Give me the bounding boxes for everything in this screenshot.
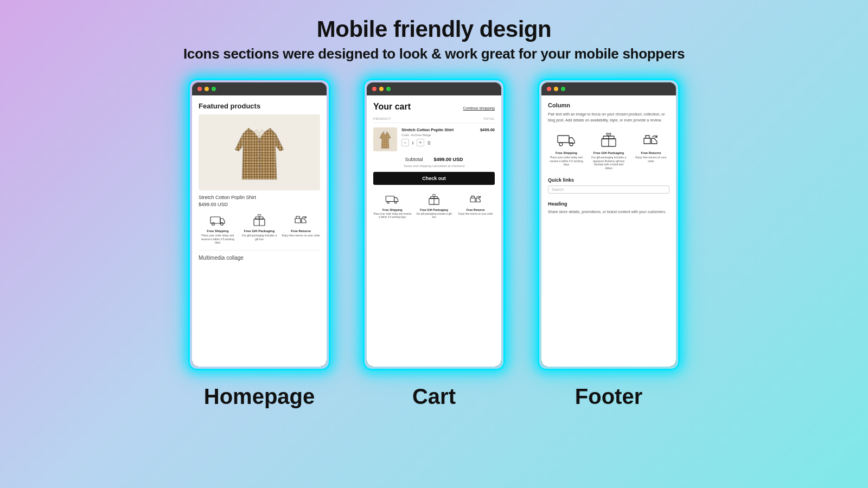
svg-point-10 [259,141,260,143]
product-image [199,114,320,190]
gift-icon [252,213,267,228]
cart-gift-desc: Our gift packaging includes a gift box [415,213,454,219]
footer-returns-title: Free Returns [633,151,669,155]
hp-product-name: Stretch Cotton Poplin Shirt [199,195,320,200]
qty-increase-button[interactable]: + [417,139,424,146]
cart-gift-title: Free Gift Packaging [415,208,454,211]
svg-point-15 [212,223,215,226]
hp-icon-shipping: Free Shipping Place your order today and… [199,213,237,245]
hp-gift-desc: Our gift packaging includes a gift box [240,234,279,241]
main-title: Mobile friendly design [183,16,685,42]
shipping-icon [210,213,225,228]
cart-icon-returns: Free Returns Enjoy free returns on your … [456,192,495,219]
cart-gift-icon [427,192,441,207]
footer-returns-icon [642,131,660,149]
cart-returns-title: Free Returns [456,208,495,211]
titlebar-dot-yellow [205,87,209,91]
footer-gift-title: Free Gift Packaging [590,151,627,155]
cart-icon-gift: Free Gift Packaging Our gift packaging i… [415,192,454,219]
footer-shipping-icon [557,131,576,149]
footer-heading-title: Heading [548,201,669,207]
featured-products-title: Featured products [199,102,320,110]
homepage-browser: Featured products [192,82,327,367]
cart-delete-button[interactable]: 🗑 [427,140,431,145]
returns-icon [293,213,309,228]
multimedia-label: Multimedia collage [199,250,320,261]
titlebar-dot-red [197,87,202,91]
svg-rect-33 [558,136,569,143]
subtotal-value: $499.00 USD [433,157,463,162]
hp-product-price: $499.00 USD [199,202,320,207]
footer-search-bar[interactable]: Search [548,185,669,194]
cart-item-thumbnail [373,127,397,151]
titlebar-dot-red [372,87,376,91]
cart-shipping-desc: Place your order today and receive it wi… [373,213,412,219]
cart-browser: Your cart Continue shopping PRODUCT TOTA… [367,82,501,367]
svg-point-16 [221,223,224,226]
footer-returns-desc: Enjoy free returns on your order [633,156,669,163]
svg-rect-14 [210,217,220,223]
svg-point-12 [259,157,260,159]
hp-icon-gift: Free Gift Packaging Our gift packaging i… [240,213,279,245]
footer-icon-shipping: Free Shipping Place your order today and… [548,131,585,170]
footer-icons-row: Free Shipping Place your order today and… [548,131,669,170]
qty-decrease-button[interactable]: − [401,139,409,146]
footer-frame-outer: Column Pair text with an image to focus … [538,79,680,370]
hp-returns-desc: Enjoy free returns on your order [282,234,320,237]
hp-gift-title: Free Gift Packaging [240,229,279,233]
search-placeholder: Search [552,188,564,191]
taxes-note: Taxes and shipping calculated at checkou… [373,164,495,168]
cart-column-headers: PRODUCT TOTAL [373,117,495,123]
svg-point-13 [259,165,260,167]
cart-item-name: Stretch Cotton Poplin Shirt [401,127,476,132]
footer-col-desc: Pair text with an image to focus on your… [548,112,669,123]
main-subtitle: Icons sections were designed to look & w… [183,46,685,62]
cart-subtotal: Subtotal $499.00 USD [373,157,495,162]
svg-point-28 [395,202,397,204]
hp-shipping-desc: Place your order today and receive it wi… [199,234,237,245]
footer-gift-icon [599,131,618,149]
cart-shipping-icon [385,192,399,207]
titlebar-dot-yellow [554,87,558,91]
svg-point-11 [259,149,260,151]
titlebar-dot-green [212,87,216,91]
cart-content: Your cart Continue shopping PRODUCT TOTA… [367,95,501,367]
footer-browser: Column Pair text with an image to focus … [541,82,676,367]
footer-content: Column Pair text with an image to focus … [541,95,676,367]
homepage-wrapper: Featured products [188,79,330,409]
cart-header: Your cart Continue shopping [373,102,495,112]
hp-icon-returns: Free Returns Enjoy free returns on your … [282,213,320,245]
subtotal-label: Subtotal [405,157,423,162]
homepage-inner: Featured products [192,95,327,267]
cart-titlebar [367,82,501,95]
cart-icon-shipping: Free Shipping Place your order today and… [373,192,412,219]
col-total: TOTAL [483,117,495,120]
cart-shipping-title: Free Shipping [373,208,412,211]
footer-inner: Column Pair text with an image to focus … [541,95,676,222]
hp-returns-title: Free Returns [282,229,320,233]
svg-point-34 [559,143,563,146]
quick-links-title: Quick links [548,177,669,183]
footer-gift-desc: Our gift packaging includes a signature … [590,156,627,170]
svg-rect-26 [386,196,394,202]
footer-titlebar [541,82,676,95]
footer-col-title: Column [548,102,669,108]
cart-wrapper: Your cart Continue shopping PRODUCT TOTA… [363,79,505,409]
cart-bottom-icons: Free Shipping Place your order today and… [373,192,495,219]
cart-item-details: Stretch Cotton Poplin Shirt Color: Archi… [401,127,476,151]
cart-returns-desc: Enjoy free returns on your order [456,213,495,216]
cart-frame-outer: Your cart Continue shopping PRODUCT TOTA… [363,79,505,370]
homepage-frame-outer: Featured products [188,79,330,370]
footer-heading-desc: Share store details, promotions, or bran… [548,209,669,215]
checkout-button[interactable]: Check out [373,172,495,185]
hp-icons-row: Free Shipping Place your order today and… [199,213,320,245]
footer-wrapper: Column Pair text with an image to focus … [538,79,680,409]
page-header: Mobile friendly design Icons sections we… [183,16,685,62]
hp-shipping-title: Free Shipping [199,229,237,233]
cart-title: Your cart [373,102,411,112]
homepage-label: Homepage [204,384,315,409]
cart-item: Stretch Cotton Poplin Shirt Color: Archi… [373,127,495,151]
continue-shopping-link[interactable]: Continue shopping [463,106,495,110]
cart-returns-icon [469,192,483,207]
footer-shipping-desc: Place your order today and receive it wi… [548,156,585,166]
